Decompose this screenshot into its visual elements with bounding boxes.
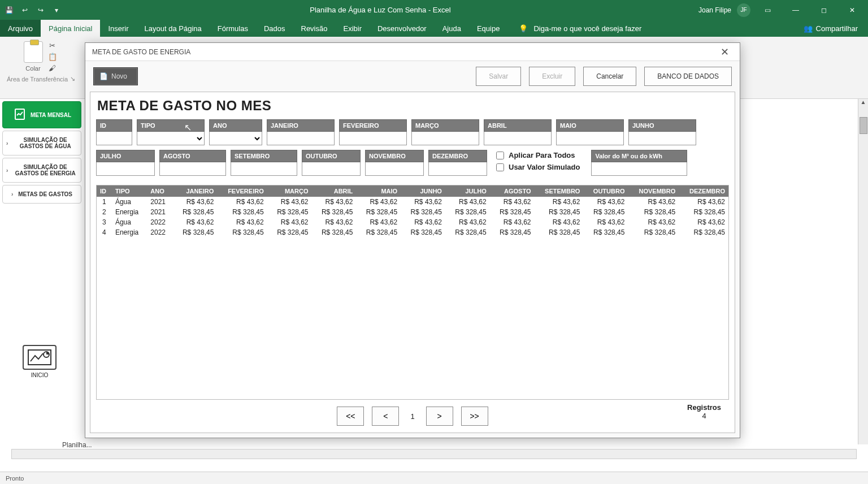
junho-field[interactable]	[628, 132, 696, 145]
excluir-button[interactable]: Excluir	[529, 67, 575, 86]
pager-last[interactable]: >>	[461, 407, 488, 426]
sidebar-item-sim-energia[interactable]: › SIMULAÇÃO DE GASTOS DE ENERGIA	[2, 158, 81, 183]
document-title: Planilha de Água e Luz Com Senha - Excel	[62, 6, 698, 14]
valor-field[interactable]	[591, 162, 687, 176]
outubro-field[interactable]	[302, 162, 361, 176]
ano-select[interactable]	[209, 132, 262, 145]
scroll-thumb[interactable]	[860, 117, 867, 134]
paste-button[interactable]: Colar	[24, 41, 43, 72]
user-avatar[interactable]: JF	[737, 3, 750, 17]
table-row[interactable]: 1Água2021R$ 43,62R$ 43,62R$ 43,62R$ 43,6…	[97, 197, 728, 207]
minimize-icon[interactable]: —	[784, 2, 807, 19]
aplicar-checkbox[interactable]	[496, 152, 504, 159]
table-cell: R$ 328,45	[679, 227, 728, 237]
table-cell: R$ 328,45	[628, 227, 679, 237]
cut-icon[interactable]: ✂	[46, 40, 59, 50]
table-cell: 2022	[147, 217, 172, 227]
qat-customize-icon[interactable]: ▾	[51, 5, 62, 16]
janeiro-field[interactable]	[267, 132, 335, 145]
table-cell: R$ 43,62	[217, 197, 267, 207]
usar-sim-checkbox-row[interactable]: Usar Valor Simulado	[496, 163, 580, 171]
table-cell: 2022	[147, 227, 172, 237]
tab-pagina-inicial[interactable]: Página Inicial	[41, 20, 100, 37]
abril-field[interactable]	[484, 132, 552, 145]
pager-first[interactable]: <<	[337, 407, 364, 426]
tell-me-search[interactable]: 💡 Diga-me o que você deseja fazer	[519, 20, 641, 37]
table-row[interactable]: 2Energia2021R$ 328,45R$ 328,45R$ 328,45R…	[97, 207, 728, 217]
chevron-right-icon: ›	[6, 140, 8, 146]
sidebar-item-meta-mensal[interactable]: META MENSAL	[2, 101, 81, 128]
horizontal-scrollbar[interactable]	[11, 449, 857, 459]
sidebar-item-metas[interactable]: › METAS DE GASTOS	[2, 185, 81, 204]
usar-sim-checkbox[interactable]	[496, 163, 504, 171]
share-button[interactable]: 👥 Compartilhar	[804, 20, 868, 37]
agosto-field[interactable]	[159, 162, 226, 176]
dialog-titlebar[interactable]: META DE GASTO DE ENERGIA ✕	[85, 43, 740, 61]
pager-next[interactable]: >	[426, 407, 453, 426]
clipboard-group-title: Área de Transferência ↘	[7, 75, 75, 83]
tab-exibir[interactable]: Exibir	[335, 20, 370, 37]
statusbar: Pronto	[0, 472, 868, 484]
copy-icon[interactable]: 📋	[46, 51, 59, 62]
redo-icon[interactable]: ↪	[35, 5, 46, 16]
tab-layout[interactable]: Layout da Página	[137, 20, 210, 37]
data-table: IDTIPOANOJANEIROFEVEREIROMARÇOABRILMAIOJ…	[96, 185, 729, 400]
fevereiro-field[interactable]	[339, 132, 407, 145]
table-cell: R$ 43,62	[401, 217, 445, 227]
field-label-abr: ABRIL	[484, 119, 552, 132]
novo-button[interactable]: 📄 Novo	[93, 67, 138, 85]
tab-desenvolvedor[interactable]: Desenvolvedor	[370, 20, 435, 37]
table-cell: R$ 328,45	[679, 207, 728, 217]
ribbon-options-icon[interactable]: ▭	[756, 2, 779, 19]
clipboard-group: Colar ✂ 📋 🖌 Área de Transferência ↘	[0, 37, 82, 98]
dialog-launcher-icon[interactable]: ↘	[70, 75, 75, 83]
table-row[interactable]: 3Água2022R$ 43,62R$ 43,62R$ 43,62R$ 43,6…	[97, 217, 728, 227]
save-icon[interactable]: 💾	[3, 5, 15, 16]
table-cell: R$ 328,45	[217, 227, 267, 237]
field-label-tipo: TIPO	[137, 119, 205, 132]
tab-equipe[interactable]: Equipe	[469, 20, 507, 37]
salvar-button[interactable]: Salvar	[476, 67, 521, 86]
sheet-tab[interactable]: Planilha...	[62, 441, 92, 449]
table-row[interactable]: 4Energia2022R$ 328,45R$ 328,45R$ 328,45R…	[97, 227, 728, 237]
close-window-icon[interactable]: ✕	[841, 2, 863, 19]
format-painter-icon[interactable]: 🖌	[46, 63, 59, 73]
maio-field[interactable]	[556, 132, 624, 145]
col-header: ABRIL	[312, 185, 357, 197]
banco-button[interactable]: BANCO DE DADOS	[644, 67, 732, 86]
marco-field[interactable]	[411, 132, 479, 145]
vertical-scrollbar[interactable]: ▲	[858, 99, 868, 444]
dezembro-field[interactable]	[428, 162, 487, 176]
table-cell: R$ 328,45	[445, 227, 490, 237]
field-label-set: SETEMBRO	[231, 150, 297, 162]
user-name[interactable]: Joan Filipe	[698, 6, 731, 14]
tab-inserir[interactable]: Inserir	[100, 20, 136, 37]
col-header: JULHO	[445, 185, 490, 197]
novembro-field[interactable]	[365, 162, 424, 176]
col-header: ID	[97, 185, 112, 197]
table-cell: 3	[97, 217, 112, 227]
pager-prev[interactable]: <	[372, 407, 399, 426]
field-label-dez: DEZEMBRO	[428, 150, 487, 162]
setembro-field[interactable]	[231, 162, 297, 176]
aplicar-checkbox-row[interactable]: Aplicar Para Todos	[496, 151, 580, 159]
undo-icon[interactable]: ↩	[19, 5, 31, 16]
tab-formulas[interactable]: Fórmulas	[210, 20, 256, 37]
tipo-select[interactable]	[137, 132, 205, 145]
tab-revisao[interactable]: Revisão	[293, 20, 336, 37]
tab-arquivo[interactable]: Arquivo	[0, 20, 41, 37]
inicio-button[interactable]: INICIO	[23, 345, 57, 378]
table-cell: R$ 43,62	[267, 217, 312, 227]
chart-doc-icon	[12, 107, 27, 122]
cancelar-button[interactable]: Cancelar	[583, 67, 636, 86]
maximize-icon[interactable]: ◻	[813, 2, 835, 19]
field-label-ago: AGOSTO	[159, 150, 226, 162]
id-field[interactable]	[96, 132, 132, 145]
sidebar-item-sim-agua[interactable]: › SIMULAÇÃO DE GASTOS DE ÁGUA	[2, 131, 81, 155]
sheet-tabs[interactable]: Planilha...	[62, 441, 92, 449]
scroll-up-icon[interactable]: ▲	[858, 99, 868, 108]
dialog-close-icon[interactable]: ✕	[716, 46, 733, 58]
julho-field[interactable]	[96, 162, 155, 176]
tab-ajuda[interactable]: Ajuda	[435, 20, 469, 37]
tab-dados[interactable]: Dados	[256, 20, 293, 37]
